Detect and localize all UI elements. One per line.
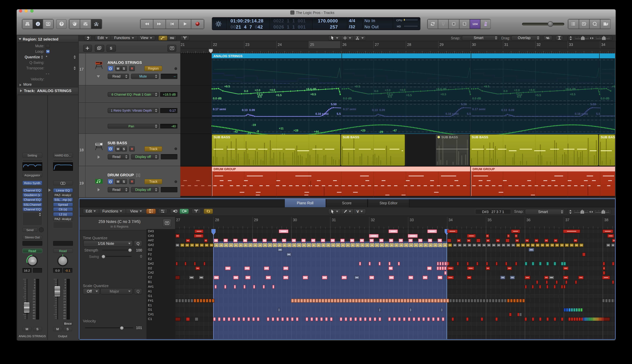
- svg-text:SUB BASS: SUB BASS: [343, 135, 359, 139]
- svg-text:+11: +11: [279, 127, 284, 130]
- svg-text:0.0 dB: 0.0 dB: [600, 97, 609, 100]
- svg-text:0.0 dB: 0.0 dB: [472, 97, 481, 100]
- svg-text:1234: 1234: [472, 23, 478, 25]
- svg-text:5.5: 5.5: [337, 112, 341, 116]
- svg-text:DRUM GROUP: DRUM GROUP: [472, 167, 495, 171]
- svg-text:+9.5: +9.5: [484, 85, 489, 88]
- svg-text:5.5: 5.5: [596, 112, 600, 116]
- svg-text:25: 25: [310, 42, 314, 47]
- svg-text:23: 23: [245, 42, 249, 47]
- svg-text:+44: +44: [314, 130, 319, 133]
- svg-text:31: 31: [504, 42, 508, 47]
- svg-text:DRUM GROUP: DRUM GROUP: [214, 167, 236, 171]
- svg-text:i: i: [37, 22, 38, 26]
- svg-text:+8.5: +8.5: [310, 93, 316, 96]
- svg-text:-29: -29: [379, 130, 383, 134]
- svg-text:SUB BASS: SUB BASS: [472, 135, 488, 139]
- svg-text:+28: +28: [293, 129, 298, 132]
- svg-text:0.09: 0.09: [379, 108, 385, 112]
- svg-text:0.5: 0.5: [517, 95, 521, 98]
- svg-text:24: 24: [278, 42, 282, 47]
- svg-text:22: 22: [213, 42, 217, 47]
- svg-text:5.50: 5.50: [590, 102, 596, 106]
- svg-text:0.17 semi: 0.17 semi: [472, 108, 485, 111]
- svg-text:0.0: 0.0: [374, 90, 378, 93]
- svg-text:0.13: 0.13: [242, 108, 248, 112]
- svg-text:?: ?: [60, 22, 62, 26]
- svg-text:0.5: 0.5: [258, 95, 262, 98]
- svg-text:34: 34: [601, 42, 605, 47]
- svg-text:SUB BASS: SUB BASS: [214, 135, 230, 139]
- svg-text:+5.5: +5.5: [406, 94, 411, 97]
- svg-text:-47: -47: [392, 129, 397, 132]
- svg-text:+9.5: +9.5: [612, 85, 615, 88]
- svg-text:+5.5: +5.5: [276, 94, 281, 97]
- svg-text:0.09: 0.09: [249, 108, 255, 112]
- svg-text:+8.0 dB: +8.0 dB: [565, 88, 576, 91]
- svg-text:0.0: 0.0: [503, 90, 507, 93]
- svg-text:0.13: 0.13: [501, 108, 507, 112]
- svg-text:+8.5: +8.5: [440, 93, 446, 96]
- svg-text:+2.0: +2.0: [384, 88, 390, 92]
- svg-text:5.50: 5.50: [461, 102, 467, 106]
- svg-text:+8.0 dB: +8.0 dB: [436, 88, 447, 91]
- svg-text:0.5: 0.5: [388, 95, 392, 98]
- svg-text:ANALOG STRINGS: ANALOG STRINGS: [213, 54, 242, 58]
- svg-text:+2.0: +2.0: [255, 88, 260, 92]
- svg-text:0.17 semi: 0.17 semi: [343, 108, 356, 111]
- svg-text:-9: -9: [256, 130, 259, 133]
- svg-text:38: 38: [604, 218, 608, 222]
- svg-text:34: 34: [449, 218, 453, 222]
- svg-text:32: 32: [371, 218, 375, 222]
- svg-text:5.5: 5.5: [467, 112, 471, 116]
- svg-text:+9.5: +9.5: [354, 85, 360, 88]
- svg-text:30: 30: [293, 218, 297, 222]
- svg-text:+2.0: +2.0: [514, 88, 520, 92]
- svg-text:26: 26: [342, 42, 346, 47]
- svg-text:29: 29: [440, 42, 444, 47]
- svg-text:0.17 semi: 0.17 semi: [213, 108, 226, 111]
- svg-text:5.50: 5.50: [331, 102, 336, 106]
- svg-text:0.0 dB: 0.0 dB: [343, 97, 352, 100]
- svg-text:+4.0: +4.0: [269, 88, 275, 92]
- svg-text:+8.5: +8.5: [570, 93, 575, 96]
- svg-text:+25: +25: [360, 129, 365, 132]
- svg-text:0.13: 0.13: [372, 108, 377, 112]
- svg-text:0.0 dB: 0.0 dB: [213, 97, 222, 100]
- svg-text:32: 32: [536, 42, 541, 47]
- svg-text:0.0: 0.0: [244, 90, 248, 93]
- svg-text:27: 27: [176, 218, 180, 222]
- svg-text:+5.5: +5.5: [535, 94, 541, 97]
- svg-text:31: 31: [332, 218, 336, 222]
- svg-text:+4.0: +4.0: [529, 88, 534, 92]
- svg-text:-19: -19: [252, 123, 256, 126]
- svg-text:33: 33: [569, 42, 573, 47]
- svg-text:36: 36: [526, 218, 530, 222]
- svg-text:SUB BASS: SUB BASS: [441, 135, 458, 139]
- svg-text:0.09: 0.09: [508, 108, 514, 112]
- svg-text:0.16 semi: 0.16 semi: [575, 112, 588, 116]
- svg-text:+4.0: +4.0: [399, 88, 405, 92]
- svg-text:21: 21: [180, 42, 184, 47]
- svg-text:0.16 semi: 0.16 semi: [315, 112, 328, 116]
- svg-text:35: 35: [488, 218, 492, 222]
- svg-text:S: S: [464, 22, 465, 26]
- svg-text:0.16 semi: 0.16 semi: [446, 112, 459, 116]
- svg-text:SUB BASS: SUB BASS: [600, 135, 615, 139]
- svg-text:-42: -42: [234, 130, 238, 133]
- svg-text:30: 30: [472, 42, 476, 47]
- svg-text:28: 28: [407, 42, 411, 47]
- svg-text:+8.0 dB: +8.0 dB: [306, 88, 316, 91]
- svg-text:+9.5: +9.5: [224, 85, 230, 88]
- svg-text:37: 37: [565, 218, 569, 222]
- svg-text:27: 27: [375, 42, 379, 47]
- svg-text:28: 28: [215, 218, 219, 222]
- svg-text:33: 33: [410, 218, 414, 222]
- svg-text:29: 29: [254, 218, 258, 222]
